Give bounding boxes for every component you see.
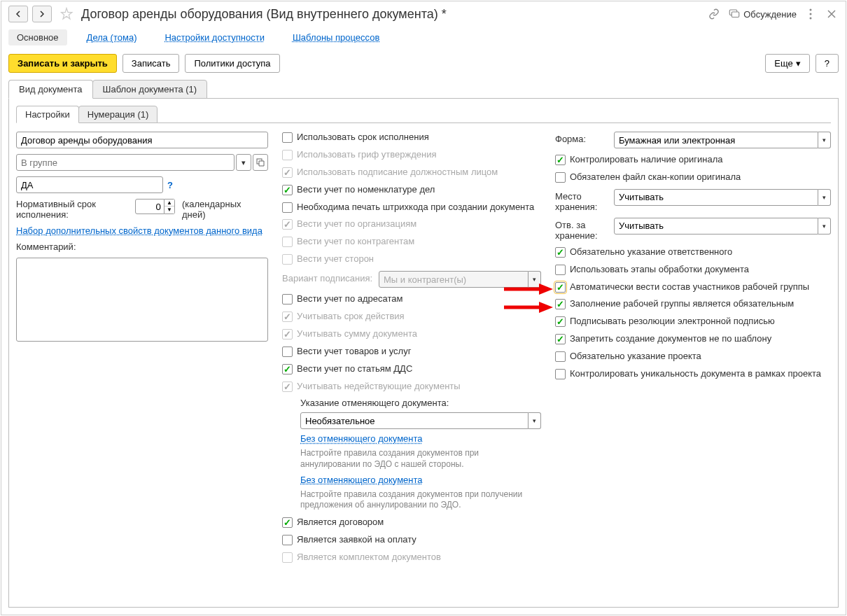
chevron-down-icon: ▾	[796, 58, 801, 69]
nav-dela[interactable]: Дела (тома)	[78, 29, 146, 46]
cb-by-dds[interactable]	[282, 364, 293, 374]
sign-variant-select	[379, 271, 528, 288]
spin-down-icon[interactable]: ▼	[164, 206, 174, 214]
nav-main[interactable]: Основное	[8, 29, 67, 46]
storage-label: Место хранения:	[555, 189, 608, 212]
save-button[interactable]: Записать	[122, 54, 180, 73]
group-input[interactable]	[16, 154, 234, 171]
storage-select[interactable]	[614, 189, 818, 206]
inner-tab-settings[interactable]: Настройки	[16, 106, 79, 123]
cb-barcode[interactable]	[282, 202, 293, 213]
cb-by-counter	[282, 237, 293, 247]
svg-point-4	[810, 18, 812, 20]
discuss-button[interactable]: Обсуждение	[728, 8, 797, 20]
cb-auto-workgroup[interactable]	[555, 282, 566, 293]
cb-account-inactive	[282, 382, 293, 392]
props-link[interactable]: Набор дополнительных свойств документов …	[16, 225, 268, 236]
cb-by-sides	[282, 254, 293, 265]
tab-doc-template[interactable]: Шаблон документа (1)	[92, 80, 208, 99]
help-button[interactable]: ?	[816, 54, 839, 73]
nav-templates[interactable]: Шаблоны процессов	[284, 29, 388, 46]
storage-dropdown-icon[interactable]: ▾	[818, 189, 831, 206]
form-label: Форма:	[555, 132, 608, 144]
cb-nomenclature[interactable]	[282, 185, 293, 195]
svg-marker-7	[539, 284, 553, 295]
svg-point-3	[810, 13, 812, 15]
link-icon[interactable]	[707, 7, 721, 21]
cancel-hint-1: Настройте правила создания документов пр…	[300, 448, 541, 470]
cb-use-deadline[interactable]	[282, 132, 293, 143]
nav-access[interactable]: Настройки доступности	[156, 29, 272, 46]
more-button[interactable]: Еще ▾	[765, 54, 809, 73]
nav-forward-button[interactable]	[32, 6, 52, 22]
cancel-link-1[interactable]: Без отменяющего документа	[300, 433, 541, 444]
cb-scan-required[interactable]	[555, 172, 566, 183]
cancel-doc-dropdown-icon[interactable]: ▾	[528, 412, 541, 429]
cb-by-org	[282, 219, 293, 230]
resp-storage-select[interactable]	[614, 218, 818, 234]
resp-storage-label: Отв. за хранение:	[555, 218, 608, 241]
form-select[interactable]	[614, 132, 818, 148]
group-open-icon[interactable]	[253, 154, 268, 171]
cb-account-sum	[282, 329, 293, 340]
cancel-hint-2: Настройте правила создания документов пр…	[300, 489, 541, 511]
form-dropdown-icon[interactable]: ▾	[818, 132, 831, 148]
cb-unique-in-project[interactable]	[555, 369, 566, 379]
cb-control-original[interactable]	[555, 155, 566, 165]
norm-value-input[interactable]	[135, 199, 164, 214]
norm-label: Нормативный срок исполнения:	[16, 199, 128, 220]
cb-template-only[interactable]	[555, 334, 566, 344]
cb-use-stages[interactable]	[555, 265, 566, 275]
cb-use-grif	[282, 150, 293, 160]
sign-variant-label: Вариант подписания:	[282, 271, 373, 284]
cb-by-addressee[interactable]	[282, 294, 293, 304]
svg-rect-1	[732, 12, 740, 18]
cancel-link-2[interactable]: Без отменяющего документа	[300, 475, 541, 485]
cb-sign-resolution[interactable]	[555, 316, 566, 327]
cb-workgroup-required[interactable]	[555, 299, 566, 309]
cb-is-payment[interactable]	[282, 535, 293, 545]
cb-use-signing	[282, 167, 293, 178]
svg-point-2	[810, 9, 812, 11]
kebab-menu-icon[interactable]	[804, 7, 818, 21]
name-input[interactable]	[16, 132, 268, 148]
svg-marker-9	[539, 302, 553, 313]
cb-goods-services[interactable]	[282, 346, 293, 357]
cb-is-contract[interactable]	[282, 517, 293, 528]
favorite-star-icon[interactable]	[59, 6, 74, 22]
code-help-icon[interactable]: ?	[167, 180, 173, 190]
tab-doc-type[interactable]: Вид документа	[8, 80, 93, 99]
spin-up-icon[interactable]: ▲	[164, 200, 174, 206]
page-title: Договор аренды оборудования (Вид внутрен…	[81, 7, 703, 22]
comment-label: Комментарий:	[16, 241, 268, 252]
cb-resp-required[interactable]	[555, 247, 566, 258]
comment-textarea[interactable]	[16, 258, 268, 342]
cb-account-validity	[282, 312, 293, 322]
norm-unit: (календарных дней)	[182, 199, 245, 220]
close-icon[interactable]	[825, 7, 839, 21]
save-close-button[interactable]: Записать и закрыть	[8, 54, 117, 73]
cb-is-docset	[282, 552, 293, 563]
cb-project-required[interactable]	[555, 351, 566, 362]
inner-tab-numbering[interactable]: Нумерация (1)	[78, 106, 158, 123]
code-input[interactable]	[16, 176, 163, 193]
sign-variant-dropdown-icon: ▾	[528, 271, 541, 288]
policies-button[interactable]: Политики доступа	[185, 54, 279, 73]
cancel-doc-label: Указание отменяющего документа:	[300, 398, 541, 408]
nav-back-button[interactable]	[8, 6, 28, 22]
resp-storage-dropdown-icon[interactable]: ▾	[818, 218, 831, 234]
cancel-doc-select[interactable]	[300, 412, 528, 429]
group-dropdown-icon[interactable]: ▾	[236, 154, 251, 171]
